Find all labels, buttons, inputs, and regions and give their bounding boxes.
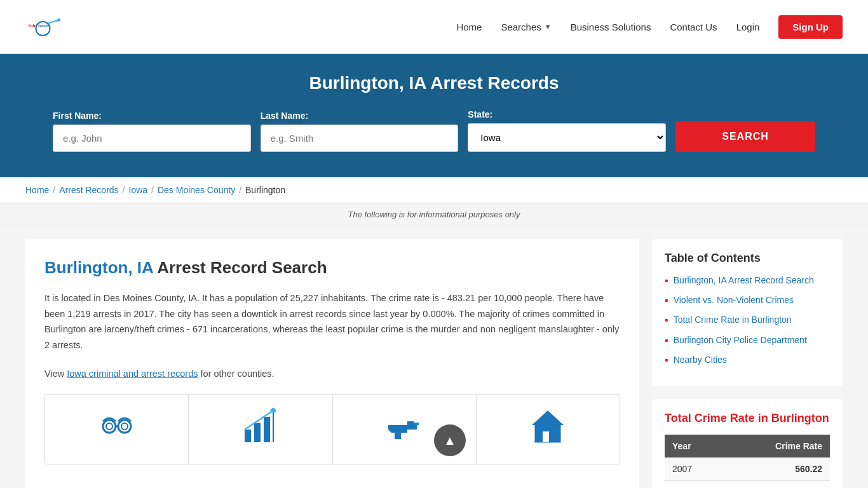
svg-text:™: ™ <box>56 20 58 23</box>
description-text: It is located in Des Moines County, IA. … <box>44 290 620 353</box>
login-button[interactable]: Login <box>736 22 760 32</box>
breadcrumb-des-moines-county[interactable]: Des Moines County <box>158 185 235 195</box>
house-icon <box>529 407 567 452</box>
crime-rate-title: Total Crime Rate in Burlington <box>665 412 830 425</box>
breadcrumb-iowa[interactable]: Iowa <box>129 185 148 195</box>
scroll-to-top-button[interactable]: ▲ <box>434 424 466 456</box>
year-cell: 2007 <box>665 458 724 481</box>
toc-bullet-2: ▪ <box>665 294 668 306</box>
scroll-up-arrow: ▲ <box>444 433 456 448</box>
svg-point-10 <box>121 423 128 430</box>
breadcrumb-burlington: Burlington <box>245 185 285 195</box>
stat-chart <box>189 395 332 464</box>
toc-item-5: ▪ Nearby Cities <box>665 354 830 366</box>
content-left: Burlington, IA Arrest Record Search It i… <box>25 239 639 488</box>
nav-home[interactable]: Home <box>456 22 482 32</box>
nav-business-solutions[interactable]: Business Solutions <box>571 22 651 32</box>
logo[interactable]: info tracer ™ <box>25 10 67 44</box>
toc-link-arrest-record[interactable]: Burlington, IA Arrest Record Search <box>674 274 814 286</box>
last-name-group: Last Name: <box>261 111 459 152</box>
table-row: 2007 560.22 <box>665 458 830 481</box>
breadcrumb-sep-4: / <box>239 185 241 195</box>
toc-link-police-dept[interactable]: Burlington City Police Department <box>674 334 807 346</box>
info-bar: The following is for informational purpo… <box>0 203 868 226</box>
toc-item-3: ▪ Total Crime Rate in Burlington <box>665 314 830 326</box>
signup-button[interactable]: Sign Up <box>778 15 843 39</box>
col-crime-rate: Crime Rate <box>724 435 830 458</box>
svg-text:tracer: tracer <box>38 23 51 27</box>
hero-banner: Burlington, IA Arrest Records First Name… <box>0 54 868 177</box>
stats-row <box>44 394 620 464</box>
breadcrumb-sep-1: / <box>53 185 55 195</box>
toc-bullet-4: ▪ <box>665 334 668 346</box>
page-heading: Burlington, IA Arrest Record Search <box>44 258 620 278</box>
state-select[interactable]: Iowa Alabama Alaska Arizona Arkansas Cal… <box>468 123 666 152</box>
toc-item-4: ▪ Burlington City Police Department <box>665 334 830 346</box>
toc-list: ▪ Burlington, IA Arrest Record Search ▪ … <box>665 274 830 366</box>
col-year: Year <box>665 435 724 458</box>
main-nav: Home Searches ▼ Business Solutions Conta… <box>456 15 843 39</box>
breadcrumb-arrest-records[interactable]: Arrest Records <box>59 185 118 195</box>
stat-handcuffs <box>45 395 189 464</box>
breadcrumb: Home / Arrest Records / Iowa / Des Moine… <box>25 185 843 195</box>
toc-bullet-3: ▪ <box>665 314 668 326</box>
toc-item-1: ▪ Burlington, IA Arrest Record Search <box>665 274 830 287</box>
logo-icon: info tracer ™ <box>25 10 64 44</box>
handcuffs-icon <box>98 407 136 452</box>
svg-rect-13 <box>264 417 270 442</box>
heading-black: Arrest Record Search <box>157 258 327 277</box>
state-label: State: <box>468 109 666 119</box>
last-name-label: Last Name: <box>261 111 459 121</box>
svg-rect-11 <box>245 430 251 442</box>
breadcrumb-home[interactable]: Home <box>25 185 49 195</box>
rate-cell: 560.22 <box>724 458 830 481</box>
toc-link-total-crime-rate[interactable]: Total Crime Rate in Burlington <box>674 314 792 325</box>
breadcrumb-bar: Home / Arrest Records / Iowa / Des Moine… <box>0 177 868 203</box>
chart-icon <box>241 407 280 452</box>
header: info tracer ™ Home Searches ▼ Business S… <box>0 0 868 54</box>
first-name-label: First Name: <box>53 111 251 121</box>
breadcrumb-sep-3: / <box>151 185 154 195</box>
searches-dropdown-arrow: ▼ <box>545 23 552 30</box>
first-name-group: First Name: <box>53 111 251 152</box>
toc-link-violent-crimes[interactable]: Violent vs. Non-Violent Crimes <box>674 294 794 306</box>
crime-rate-box: Total Crime Rate in Burlington Year Crim… <box>652 399 843 488</box>
toc-link-nearby-cities[interactable]: Nearby Cities <box>674 354 727 365</box>
svg-point-7 <box>118 420 131 433</box>
svg-rect-12 <box>254 423 261 442</box>
svg-rect-20 <box>543 431 549 442</box>
nav-contact-us[interactable]: Contact Us <box>670 22 717 32</box>
state-group: State: Iowa Alabama Alaska Arizona Arkan… <box>468 109 666 152</box>
heading-blue: Burlington, IA <box>44 258 153 277</box>
iowa-link-paragraph: View Iowa criminal and arrest records fo… <box>44 366 620 382</box>
search-button[interactable]: SEARCH <box>675 121 815 152</box>
breadcrumb-sep-2: / <box>123 185 125 195</box>
content-right: Table of Contents ▪ Burlington, IA Arres… <box>652 239 843 488</box>
last-name-input[interactable] <box>261 125 459 152</box>
hero-title: Burlington, IA Arrest Records <box>25 73 843 93</box>
svg-point-6 <box>103 420 116 433</box>
toc-item-2: ▪ Violent vs. Non-Violent Crimes <box>665 294 830 306</box>
gun-icon <box>385 407 423 452</box>
svg-rect-17 <box>414 423 419 425</box>
toc-box: Table of Contents ▪ Burlington, IA Arres… <box>652 239 843 386</box>
nav-searches[interactable]: Searches ▼ <box>501 22 551 32</box>
iowa-criminal-link[interactable]: Iowa criminal and arrest records <box>67 369 198 379</box>
stat-house <box>477 395 620 464</box>
crime-rate-table: Year Crime Rate 2007 560.22 <box>665 435 830 481</box>
first-name-input[interactable] <box>53 125 251 152</box>
svg-point-9 <box>106 423 112 430</box>
svg-marker-18 <box>532 410 564 425</box>
svg-text:info: info <box>29 23 37 27</box>
toc-bullet-5: ▪ <box>665 354 668 366</box>
toc-title: Table of Contents <box>665 252 830 265</box>
main-content: Burlington, IA Arrest Record Search It i… <box>0 226 868 488</box>
toc-bullet-1: ▪ <box>665 274 668 287</box>
search-form: First Name: Last Name: State: Iowa Alaba… <box>53 109 815 152</box>
